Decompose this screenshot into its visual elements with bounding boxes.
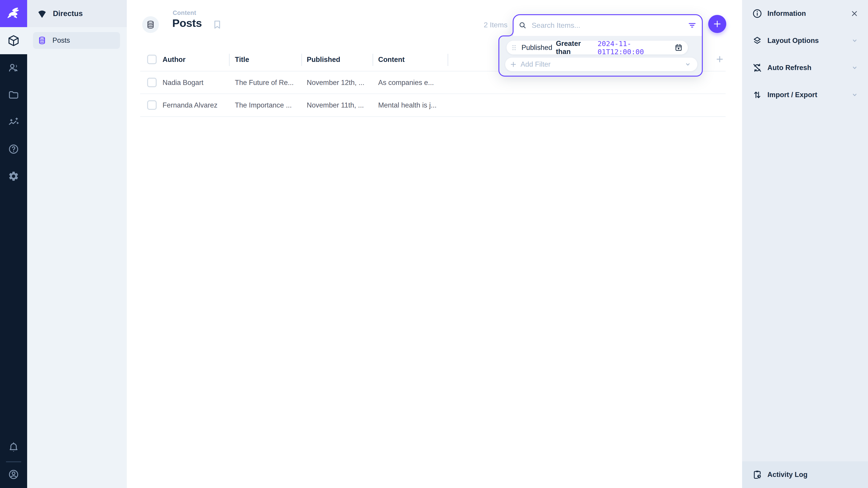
sidebar-section-layout-options[interactable]: Layout Options [742, 27, 868, 54]
cell-author: Nadia Bogart [162, 78, 204, 87]
items-count: 2 Items [440, 21, 507, 29]
bookmark-icon[interactable] [212, 20, 222, 30]
activity-log-icon [752, 469, 763, 480]
select-all-checkbox[interactable] [147, 55, 157, 64]
column-header-author[interactable]: Author [162, 56, 186, 64]
project-header[interactable]: Directus [27, 0, 127, 27]
column-header-title[interactable]: Title [235, 56, 249, 64]
filter-icon[interactable] [687, 21, 697, 30]
search-icon [518, 21, 527, 30]
project-name: Directus [53, 9, 83, 18]
row-checkbox[interactable] [147, 100, 157, 110]
row-divider [140, 94, 725, 94]
chevron-down-icon[interactable] [684, 60, 692, 68]
sidebar-section-label: Import / Export [767, 91, 845, 99]
add-filter-label: Add Filter [521, 60, 681, 68]
sidebar-section-import-export[interactable]: Import / Export [742, 81, 868, 108]
module-insights[interactable] [0, 108, 27, 135]
chevron-down-icon[interactable] [850, 36, 859, 45]
activity-log-button[interactable]: Activity Log [742, 461, 868, 488]
notifications-button[interactable] [0, 434, 27, 461]
layers-icon [752, 35, 763, 46]
sidebar-section-label: Layout Options [767, 37, 845, 45]
sidebar-section-information[interactable]: Information [742, 0, 868, 27]
module-files[interactable] [0, 81, 27, 108]
notifications-bell-icon [8, 442, 19, 453]
row-checkbox[interactable] [147, 78, 157, 87]
info-icon [752, 8, 763, 19]
users-module-icon [8, 62, 19, 73]
sidebar-item-posts[interactable]: Posts [33, 32, 120, 49]
filter-field[interactable]: Published [522, 43, 552, 52]
column-header-content[interactable]: Content [378, 56, 405, 64]
info-sidebar: Information Layout Options [742, 0, 868, 488]
row-divider [140, 116, 725, 117]
module-help[interactable] [0, 135, 27, 163]
add-item-button[interactable] [708, 15, 726, 33]
project-status-icon [37, 8, 48, 19]
plus-icon [509, 60, 518, 68]
cell-title: The Importance ... [235, 101, 292, 109]
cell-published: November 12th, ... [307, 78, 364, 87]
filter-value[interactable]: 2024-11-01T12:00:00 [597, 39, 671, 56]
filter-rule-row[interactable]: Published Greater than 2024-11-01T12:00:… [506, 41, 688, 55]
calendar-icon[interactable] [674, 43, 683, 52]
cell-title: The Future of Re... [235, 78, 293, 87]
user-menu-button[interactable] [0, 461, 27, 488]
sidebar-section-auto-refresh[interactable]: Auto Refresh [742, 54, 868, 81]
close-icon[interactable] [850, 9, 859, 18]
module-settings[interactable] [0, 163, 27, 190]
chevron-down-icon[interactable] [850, 64, 859, 72]
cell-author: Fernanda Alvarez [162, 101, 217, 109]
column-divider[interactable] [447, 54, 448, 66]
sync-off-icon [752, 63, 763, 73]
search-bar [513, 15, 702, 36]
module-users[interactable] [0, 54, 27, 81]
import-export-icon [752, 90, 763, 100]
files-module-icon [8, 89, 19, 101]
cell-content: Mental health is j... [378, 101, 436, 109]
module-bar [0, 0, 27, 488]
column-divider[interactable] [229, 54, 230, 66]
column-divider[interactable] [301, 54, 302, 66]
breadcrumb[interactable]: Content [173, 9, 196, 17]
rabbit-logo-icon [5, 5, 22, 22]
cell-content: As companies e... [378, 78, 434, 87]
help-module-icon [8, 143, 19, 155]
directus-logo-button[interactable] [0, 0, 27, 27]
sidebar-section-label: Auto Refresh [767, 64, 845, 72]
settings-module-icon [8, 170, 19, 182]
database-icon [146, 20, 155, 29]
chevron-down-icon[interactable] [850, 91, 859, 99]
drag-handle-icon[interactable] [510, 44, 518, 52]
directus-app: Directus Posts Content [0, 0, 868, 488]
search-input[interactable] [531, 21, 683, 30]
sidebar-section-label: Information [767, 9, 845, 18]
add-column-button[interactable] [715, 54, 725, 64]
activity-log-label: Activity Log [767, 470, 858, 479]
column-header-published[interactable]: Published [307, 56, 340, 64]
add-filter-button[interactable]: Add Filter [505, 58, 698, 71]
module-content[interactable] [0, 27, 27, 54]
plus-icon [712, 19, 722, 29]
collection-icon-button[interactable] [142, 16, 159, 33]
search-filter-panel: Published Greater than 2024-11-01T12:00:… [498, 14, 703, 76]
navigation-sidebar: Directus Posts [27, 0, 127, 488]
insights-module-icon [8, 116, 19, 128]
filter-operator[interactable]: Greater than [556, 39, 594, 56]
database-icon [37, 36, 46, 45]
cell-published: November 11th, ... [307, 101, 364, 109]
column-divider[interactable] [373, 54, 373, 66]
page-title: Posts [172, 17, 202, 29]
content-module-icon [7, 35, 20, 47]
user-avatar-icon [8, 469, 19, 480]
sidebar-item-label: Posts [53, 36, 70, 44]
